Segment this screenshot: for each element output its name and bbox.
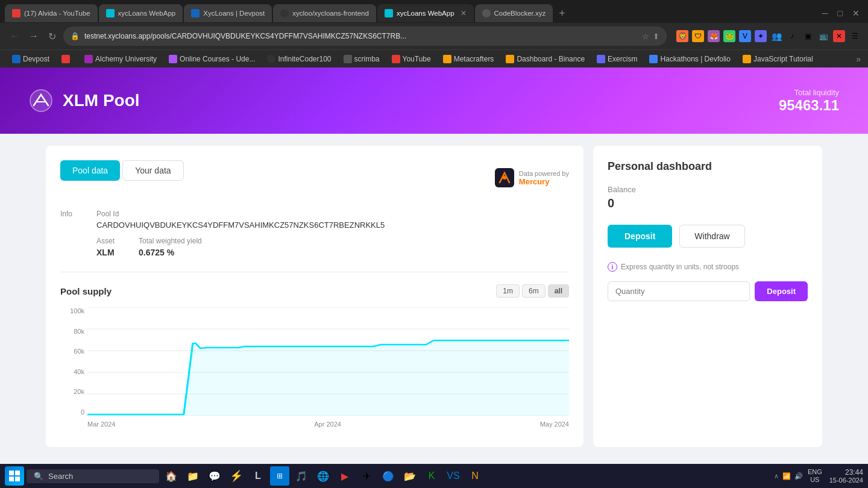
chart-title: Pool supply [60,286,112,296]
share-icon[interactable]: ⬆ [653,32,659,41]
extension-icon-2[interactable]: 🐸 [723,30,735,42]
browser-chrome: (17) Alvida - YouTube xycLoans WebApp Xy… [0,0,868,67]
taskbar-spotify[interactable]: 🎵 [292,466,311,486]
pool-hero-left: XLM Pool [29,89,140,113]
extension-icon-6[interactable]: ♪ [786,30,798,42]
taskbar-files[interactable]: 🏠 [162,466,181,486]
extension-icon-3[interactable]: V [739,30,751,42]
tab-xycloans-active[interactable]: xycLoans WebApp ✕ [377,4,474,22]
taskbar-norton[interactable]: N [465,466,485,486]
bookmark-metacrafters[interactable]: Metacrafters [438,54,499,64]
maximize-button[interactable]: □ [834,8,846,18]
chart-y-80k: 80k [60,328,84,335]
bookmark-alchemy[interactable]: Alchemy University [80,54,162,64]
withdraw-button[interactable]: Withdraw [679,225,744,248]
bookmark-label-binance: Dashboard - Binance [517,55,585,63]
menu-button[interactable]: ☰ [849,30,861,42]
taskbar-search-bar[interactable]: 🔍 Search [27,469,159,483]
svg-rect-13 [15,477,20,481]
bookmark-binance[interactable]: Dashboard - Binance [501,54,590,64]
minimize-button[interactable]: ─ [819,8,832,18]
taskbar-telegram[interactable]: ✈ [357,466,376,486]
bookmark-gmail[interactable] [57,54,77,64]
taskbar-vscode-alt[interactable]: ⊞ [270,466,289,486]
new-tab-button[interactable]: + [554,7,570,20]
info-section-label: Info [60,210,72,218]
tab-buttons: Pool data Your data [60,160,184,181]
chart-x-axis: Mar 2024 Apr 2024 May 2024 [87,421,569,428]
deposit-main-button[interactable]: Deposit [608,225,672,248]
taskbar-teams[interactable]: 💬 [205,466,224,486]
svg-point-0 [30,90,52,111]
info-note-text: Express quantity in units, not stroops [621,263,739,271]
total-liquidity-label: Total liquidity [779,88,839,97]
brave-lion-icon[interactable]: 🦁 [676,30,688,42]
extension-icon-5[interactable]: 👥 [770,30,782,42]
extension-icon-1[interactable]: 🦊 [708,30,720,42]
deposit-submit-button[interactable]: Deposit [755,281,808,301]
bookmark-favicon-udemy [169,55,177,63]
bookmark-exercism[interactable]: Exercism [592,54,642,64]
tab-github[interactable]: xycloo/xycloans-frontend [273,4,376,22]
reload-button[interactable]: ↻ [46,28,58,45]
chart-time-all[interactable]: all [548,284,569,298]
bookmark-udemy[interactable]: Online Courses - Ude... [164,54,260,64]
deposit-form: Deposit [608,281,808,301]
taskbar-vscode[interactable]: VS [444,466,463,486]
right-panel: Personal dashboard Balance 0 Deposit Wit… [593,146,822,447]
tab-bar: (17) Alvida - YouTube xycLoans WebApp Xy… [0,0,868,23]
tab-close-active[interactable]: ✕ [461,9,467,17]
taskbar-youtube-app[interactable]: ▶ [335,466,354,486]
taskbar-chevron-icon[interactable]: ∧ [774,472,779,480]
taskbar-browser[interactable]: 🌐 [313,466,333,486]
section-divider [60,272,569,272]
taskbar-folder[interactable]: 📂 [400,466,420,486]
bookmark-devpost[interactable]: Devpost [7,54,54,64]
bookmarks-more-icon[interactable]: » [856,54,861,64]
taskbar-kaspersky[interactable]: K [422,466,441,486]
taskbar-epic[interactable]: ⚡ [227,466,246,486]
extension-icon-7[interactable]: 📺 [817,30,829,42]
bookmark-label-infinitecoder: InfiniteCoder100 [278,55,331,63]
start-button[interactable] [5,466,24,486]
chart-plot [87,307,569,416]
tab-favicon-github [280,9,289,17]
chart-y-60k: 60k [60,348,84,355]
address-bar[interactable]: 🔒 testnet.xycloans.app/pools/CARDOVHUIQV… [63,27,667,46]
tab-codeblocker[interactable]: CodeBlocker.xyz [475,4,553,22]
ssl-lock-icon: 🔒 [71,32,80,40]
pool-hero-right: Total liquidity 95463.11 [779,88,839,114]
chart-header: Pool supply 1m 6m all [60,284,569,298]
tab-youtube[interactable]: (17) Alvida - YouTube [5,4,98,22]
close-button[interactable]: ✕ [849,8,863,18]
asset-group: Asset XLM [96,237,115,257]
bookmark-devfolio[interactable]: Hackathons | Devfolio [644,54,735,64]
chart-x-mar: Mar 2024 [87,421,115,428]
svg-point-2 [503,176,506,180]
brave-shield-icon[interactable]: 🛡 [692,30,704,42]
chart-time-6m[interactable]: 6m [522,284,546,298]
sidebar-toggle[interactable]: ▣ [802,30,814,42]
bookmark-youtube[interactable]: YouTube [387,54,436,64]
pool-data-tab[interactable]: Pool data [60,160,120,181]
back-button[interactable]: ← [7,28,22,44]
forward-button[interactable]: → [27,28,41,44]
bookmark-scrimba[interactable]: scrimba [339,54,385,64]
your-data-tab[interactable]: Your data [122,160,183,181]
chart-y-20k: 20k [60,388,84,395]
tab-favicon-active [385,9,393,17]
taskbar-network-icon[interactable]: 📶 [782,472,791,480]
taskbar-volume-icon[interactable]: 🔊 [794,472,803,480]
taskbar-explorer[interactable]: 📁 [183,466,203,486]
bookmark-icon[interactable]: ☆ [642,32,649,41]
taskbar-chrome[interactable]: 🔵 [379,466,398,486]
extension-icon-8[interactable]: ✕ [833,30,845,42]
tab-xycloans1[interactable]: xycLoans WebApp [99,4,183,22]
extension-icon-4[interactable]: ✦ [755,30,767,42]
bookmark-infinitecoder[interactable]: InfiniteCoder100 [262,54,336,64]
chart-time-1m[interactable]: 1m [496,284,520,298]
bookmark-jstutorial[interactable]: JavaScript Tutorial [738,54,818,64]
taskbar-notion[interactable]: L [248,466,268,486]
quantity-input[interactable] [608,281,750,301]
tab-devpost[interactable]: XycLoans | Devpost [184,4,272,22]
